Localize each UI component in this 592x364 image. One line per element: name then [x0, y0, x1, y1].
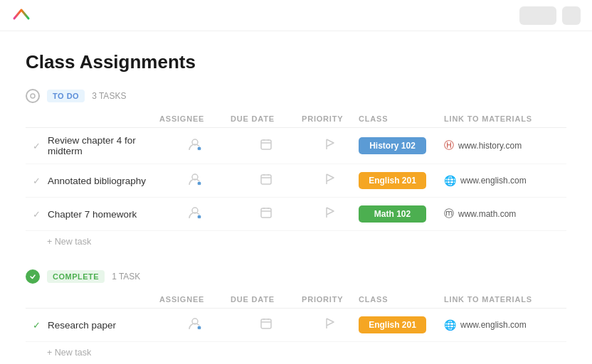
due-date-cell: [231, 138, 302, 154]
svg-rect-4: [261, 140, 271, 149]
svg-rect-16: [261, 319, 271, 328]
logo: [11, 4, 31, 27]
section-todo-header: TO DO 3 TASKS: [26, 89, 566, 103]
priority-cell: [302, 138, 359, 154]
todo-circle: [26, 89, 40, 103]
section-complete-header: COMPLETE 1 TASK: [26, 269, 566, 284]
page-title: Class Assignments: [26, 51, 566, 73]
main-content: Class Assignments TO DO 3 TASKS ASSIGNEE…: [0, 31, 592, 364]
link-text: www.english.com: [460, 320, 527, 330]
english-link-icon-2: 🌐: [444, 319, 456, 331]
svg-rect-12: [261, 208, 271, 218]
section-complete: COMPLETE 1 TASK ASSIGNEE DUE DATE PRIORI…: [26, 269, 566, 363]
link-cell: 🌐 www.english.com: [444, 175, 558, 186]
col-priority-label-2: PRIORITY: [302, 295, 359, 304]
task-name-cell: ✓ Review chapter 4 for midterm: [33, 135, 159, 156]
task-name-cell: ✓ Chapter 7 homework: [33, 209, 159, 220]
link-cell: ⓜ www.math.com: [444, 208, 558, 220]
class-cell: English 201: [359, 316, 444, 333]
check-icon-done: ✓: [33, 320, 41, 331]
history-link-icon: Ⓗ: [444, 139, 454, 152]
table-row: ✓ Research paper + English 201 🌐 www.eng…: [26, 309, 566, 342]
section-todo: TO DO 3 TASKS ASSIGNEE DUE DATE PRIORITY…: [26, 89, 566, 252]
complete-task-count: 1 TASK: [112, 272, 140, 282]
col-priority-label: PRIORITY: [302, 114, 359, 123]
col-link-label: LINK TO MATERIALS: [444, 114, 558, 123]
class-badge: English 201: [359, 316, 426, 333]
task-name-cell: ✓ Research paper: [33, 320, 159, 331]
top-button-2[interactable]: [562, 6, 581, 25]
complete-table-header: ASSIGNEE DUE DATE PRIORITY CLASS LINK TO…: [26, 291, 566, 309]
due-date-cell: [231, 317, 302, 333]
check-icon: ✓: [33, 209, 41, 220]
col-class-label-2: CLASS: [359, 295, 444, 304]
task-name: Chapter 7 homework: [48, 209, 137, 220]
col-link-label-2: LINK TO MATERIALS: [444, 295, 558, 304]
link-cell: 🌐 www.english.com: [444, 319, 558, 331]
assignee-cell: +: [159, 205, 231, 223]
complete-circle: [26, 269, 40, 284]
assignee-cell: +: [159, 136, 231, 155]
english-link-icon: 🌐: [444, 175, 456, 186]
top-right-controls: [519, 6, 581, 25]
class-cell: Math 102: [359, 205, 444, 223]
due-date-cell: [231, 173, 302, 188]
svg-text:+: +: [199, 148, 201, 152]
todo-table-header: ASSIGNEE DUE DATE PRIORITY CLASS LINK TO…: [26, 110, 566, 128]
class-badge: Math 102: [359, 205, 426, 223]
check-icon: ✓: [33, 176, 41, 186]
top-bar: [0, 0, 592, 31]
svg-text:+: +: [199, 216, 201, 220]
link-text: www.history.com: [458, 141, 522, 151]
priority-cell: [302, 173, 359, 188]
complete-badge: COMPLETE: [47, 270, 105, 283]
class-cell: English 201: [359, 172, 444, 189]
priority-cell: [302, 206, 359, 222]
class-badge: English 201: [359, 172, 426, 189]
add-task-button-todo[interactable]: + New task: [26, 231, 100, 252]
assignee-cell: +: [159, 316, 231, 334]
task-name-cell: ✓ Annotated bibliography: [33, 176, 159, 186]
col-due-date-label-2: DUE DATE: [231, 295, 302, 304]
math-link-icon: ⓜ: [444, 208, 454, 220]
todo-task-count: 3 TASKS: [92, 91, 126, 101]
todo-badge: TO DO: [47, 90, 85, 102]
col-class-label: CLASS: [359, 114, 444, 123]
col-assignee-label: ASSIGNEE: [159, 114, 231, 123]
assignee-cell: +: [159, 171, 231, 190]
col-task: [47, 114, 159, 123]
class-cell: History 102: [359, 137, 444, 154]
due-date-cell: [231, 206, 302, 222]
table-row: ✓ Chapter 7 homework + Math 102 ⓜ www.ma…: [26, 198, 566, 231]
top-button-1[interactable]: [519, 6, 556, 25]
link-cell: Ⓗ www.history.com: [444, 139, 558, 152]
col-task: [47, 295, 159, 304]
col-due-date-label: DUE DATE: [231, 114, 302, 123]
svg-text:+: +: [199, 183, 201, 187]
task-name: Review chapter 4 for midterm: [48, 135, 159, 156]
table-row: ✓ Review chapter 4 for midterm + History…: [26, 128, 566, 164]
add-task-button-complete[interactable]: + New task: [26, 342, 100, 363]
task-name: Research paper: [48, 320, 116, 331]
task-name: Annotated bibliography: [48, 176, 146, 186]
check-icon: ✓: [33, 141, 41, 151]
priority-cell: [302, 317, 359, 333]
svg-point-0: [31, 94, 35, 98]
class-badge: History 102: [359, 137, 426, 154]
col-assignee-label-2: ASSIGNEE: [159, 295, 231, 304]
table-row: ✓ Annotated bibliography + English 201 🌐…: [26, 164, 566, 198]
link-text: www.english.com: [460, 176, 527, 186]
link-text: www.math.com: [458, 209, 516, 219]
svg-rect-8: [261, 175, 271, 184]
svg-text:+: +: [199, 327, 201, 331]
